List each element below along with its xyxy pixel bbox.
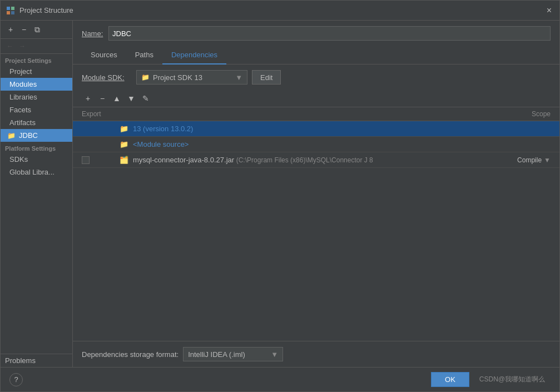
tab-paths[interactable]: Paths	[126, 46, 162, 64]
sidebar-item-modules[interactable]: Modules	[1, 78, 72, 91]
fwd-button[interactable]: →	[17, 41, 27, 51]
sidebar-item-artifacts[interactable]: Artifacts	[1, 116, 72, 129]
dep-row-module-source[interactable]: 📁 <Module source>	[73, 137, 559, 152]
dep-row-sdk[interactable]: 📁 13 (version 13.0.2)	[73, 121, 559, 137]
dep-module-source-name: <Module source>	[133, 140, 551, 148]
sidebar-item-project-label: Project	[9, 67, 32, 76]
sidebar-item-modules-label: Modules	[9, 80, 37, 88]
tab-sources[interactable]: Sources	[82, 46, 126, 64]
dep-jar-scope[interactable]: Compile ▼	[506, 156, 551, 164]
svg-rect-1	[11, 7, 14, 10]
project-structure-dialog: Project Structure × + − ⧉ ← → Project Se…	[0, 0, 560, 392]
sdk-dropdown-arrow-icon: ▼	[235, 73, 242, 82]
sidebar-item-libraries-label: Libraries	[9, 93, 37, 101]
sidebar-item-global-libraries-label: Global Libra...	[9, 168, 54, 176]
dependencies-table: Export Scope 📁 13 (version 13.0.2)	[73, 107, 559, 224]
sdk-label: Module SDK:	[82, 73, 132, 82]
svg-rect-0	[7, 7, 10, 10]
title-bar: Project Structure ×	[1, 1, 559, 21]
svg-rect-2	[7, 11, 10, 14]
platform-settings-label: Platform Settings	[1, 142, 72, 153]
add-dep-button[interactable]: +	[82, 92, 94, 105]
copy-module-button[interactable]: ⧉	[32, 24, 43, 35]
sidebar-item-global-libraries[interactable]: Global Libra...	[1, 166, 72, 178]
content-area: Name: Sources Paths Dependencies Module …	[73, 21, 559, 367]
folder-icon: 📁	[7, 132, 16, 140]
add-module-button[interactable]: +	[5, 24, 16, 35]
deps-toolbar: + − ▲ ▼ ✎	[73, 90, 559, 107]
dep-module-folder-icon: 📁	[120, 140, 128, 148]
module-jdbc-label: JDBC	[19, 131, 38, 140]
dep-jar-checkbox[interactable]	[82, 156, 90, 164]
sidebar-item-sdks-label: SDKs	[9, 155, 28, 163]
sdk-row: Module SDK: 📁 Project SDK 13 ▼ Edit	[73, 64, 559, 90]
sidebar-item-project[interactable]: Project	[1, 65, 72, 78]
watermark-text: CSDN@我哪知道啊么	[474, 372, 551, 387]
module-jdbc-item[interactable]: 📁 JDBC	[1, 129, 72, 142]
format-dropdown-arrow-icon: ▼	[271, 350, 278, 359]
app-icon	[6, 6, 15, 15]
dep-jar-icon: 🗂️	[120, 156, 128, 164]
sidebar-item-problems-label: Problems	[5, 356, 36, 365]
folder-sdk-icon: 📁	[141, 73, 150, 81]
bottom-row: Dependencies storage format: IntelliJ ID…	[73, 341, 559, 367]
sidebar-item-problems[interactable]: Problems	[1, 354, 72, 367]
help-button[interactable]: ?	[9, 373, 23, 386]
ok-button[interactable]: OK	[431, 372, 469, 387]
move-dep-up-button[interactable]: ▲	[111, 92, 123, 105]
scope-dropdown-arrow-icon: ▼	[544, 156, 551, 164]
name-input[interactable]	[108, 26, 551, 41]
svg-rect-3	[11, 11, 14, 14]
sidebar: + − ⧉ ← → Project Settings Project Modul…	[1, 21, 73, 367]
name-label: Name:	[82, 29, 104, 38]
dialog-footer: ? OK CSDN@我哪知道啊么	[1, 367, 559, 391]
name-row: Name:	[73, 21, 559, 46]
sdk-select-dropdown[interactable]: 📁 Project SDK 13 ▼	[136, 70, 247, 85]
sidebar-item-sdks[interactable]: SDKs	[1, 153, 72, 166]
dep-sdk-name: 13 (version 13.0.2)	[133, 125, 551, 133]
edit-dep-button[interactable]: ✎	[140, 92, 152, 105]
sidebar-toolbar: + − ⧉	[1, 21, 72, 39]
nav-back-fwd: ← →	[1, 39, 72, 54]
remove-dep-button[interactable]: −	[96, 92, 108, 105]
dep-jar-name: mysql-connector-java-8.0.27.jar (C:\Prog…	[133, 156, 502, 164]
sidebar-item-artifacts-label: Artifacts	[9, 118, 36, 127]
edit-sdk-button[interactable]: Edit	[252, 70, 281, 85]
dialog-title: Project Structure	[19, 6, 540, 14]
main-content: + − ⧉ ← → Project Settings Project Modul…	[1, 21, 559, 367]
sidebar-item-facets-label: Facets	[9, 106, 31, 114]
tab-dependencies[interactable]: Dependencies	[162, 46, 226, 64]
close-button[interactable]: ×	[544, 5, 554, 16]
deps-table-header: Export Scope	[73, 107, 559, 121]
project-settings-label: Project Settings	[1, 54, 72, 65]
dep-row-jar[interactable]: 🗂️ mysql-connector-java-8.0.27.jar (C:\P…	[73, 152, 559, 168]
format-select-value: IntelliJ IDEA (.iml)	[188, 350, 245, 359]
tabs-row: Sources Paths Dependencies	[73, 46, 559, 64]
export-column-header: Export	[82, 110, 115, 118]
remove-module-button[interactable]: −	[18, 24, 29, 35]
format-dropdown[interactable]: IntelliJ IDEA (.iml) ▼	[183, 347, 283, 361]
format-label: Dependencies storage format:	[82, 350, 179, 359]
scope-column-header: Scope	[506, 110, 551, 118]
sdk-select-value: Project SDK 13	[153, 73, 202, 82]
dep-sdk-folder-icon: 📁	[120, 125, 128, 133]
back-button[interactable]: ←	[5, 41, 15, 51]
move-dep-down-button[interactable]: ▼	[125, 92, 137, 105]
dep-jar-scope-value: Compile	[517, 156, 542, 164]
footer-left: ?	[9, 373, 23, 386]
sidebar-item-libraries[interactable]: Libraries	[1, 91, 72, 103]
sidebar-item-facets[interactable]: Facets	[1, 103, 72, 116]
